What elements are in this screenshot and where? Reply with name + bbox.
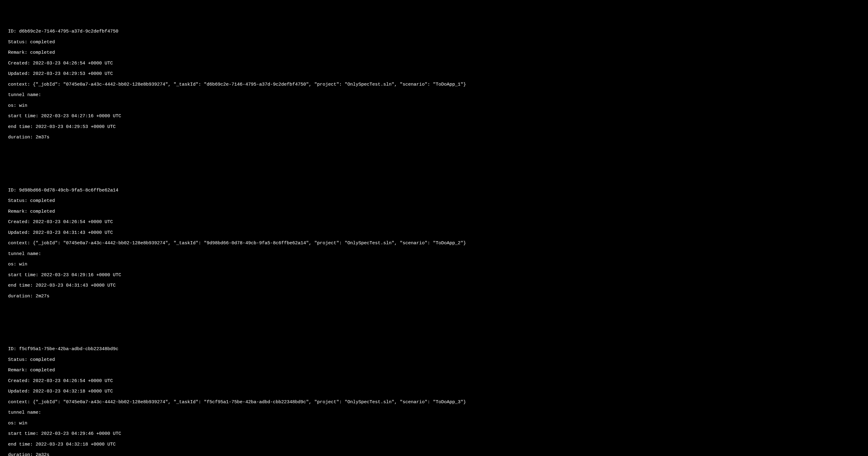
task-tunnel-line: tunnel name: <box>8 251 863 257</box>
task-id-line: ID: d6b69c2e-7146-4795-a37d-9c2defbf4750 <box>8 29 863 34</box>
task-duration-line: duration: 2m37s <box>8 135 863 140</box>
task-start-line: start time: 2022-03-23 04:29:16 +0000 UT… <box>8 273 863 278</box>
task-start-line: start time: 2022-03-23 04:29:46 +0000 UT… <box>8 431 863 436</box>
task-end-line: end time: 2022-03-23 04:32:18 +0000 UTC <box>8 442 863 447</box>
task-updated-line: Updated: 2022-03-23 04:32:18 +0000 UTC <box>8 389 863 394</box>
task-tunnel-line: tunnel name: <box>8 92 863 97</box>
task-remark-line: Remark: completed <box>8 50 863 55</box>
task-duration-line: duration: 2m27s <box>8 294 863 299</box>
task-context-line: context: {"_jobId": "0745e0a7-a43c-4442-… <box>8 240 863 246</box>
task-block: ID: f5cf95a1-75be-42ba-adbd-cbb22348bd9c… <box>8 341 863 456</box>
task-id-line: ID: f5cf95a1-75be-42ba-adbd-cbb22348bd9c <box>8 346 863 352</box>
task-created-line: Created: 2022-03-23 04:26:54 +0000 UTC <box>8 220 863 225</box>
task-duration-line: duration: 2m32s <box>8 452 863 456</box>
task-tunnel-line: tunnel name: <box>8 410 863 415</box>
task-status-line: Status: completed <box>8 357 863 363</box>
task-end-line: end time: 2022-03-23 04:29:53 +0000 UTC <box>8 124 863 130</box>
task-start-line: start time: 2022-03-23 04:27:16 +0000 UT… <box>8 114 863 119</box>
task-remark-line: Remark: completed <box>8 209 863 214</box>
task-remark-line: Remark: completed <box>8 368 863 373</box>
task-context-line: context: {"_jobId": "0745e0a7-a43c-4442-… <box>8 82 863 87</box>
task-os-line: os: win <box>8 262 863 267</box>
task-updated-line: Updated: 2022-03-23 04:29:53 +0000 UTC <box>8 71 863 77</box>
task-created-line: Created: 2022-03-23 04:26:54 +0000 UTC <box>8 378 863 383</box>
task-os-line: os: win <box>8 421 863 426</box>
blank-line <box>5 156 863 161</box>
blank-line <box>5 325 863 331</box>
task-context-line: context: {"_jobId": "0745e0a7-a43c-4442-… <box>8 400 863 405</box>
task-updated-line: Updated: 2022-03-23 04:31:43 +0000 UTC <box>8 230 863 235</box>
blank-line <box>5 315 863 320</box>
task-status-line: Status: completed <box>8 198 863 203</box>
task-status-line: Status: completed <box>8 39 863 45</box>
task-block: ID: d6b69c2e-7146-4795-a37d-9c2defbf4750… <box>8 24 863 145</box>
blank-line <box>5 167 863 172</box>
task-block: ID: 9d98bd66-0d78-49cb-9fa5-8c6ffbe62a14… <box>8 182 863 305</box>
task-end-line: end time: 2022-03-23 04:31:43 +0000 UTC <box>8 283 863 288</box>
task-id-line: ID: 9d98bd66-0d78-49cb-9fa5-8c6ffbe62a14 <box>8 188 863 193</box>
task-os-line: os: win <box>8 103 863 108</box>
task-created-line: Created: 2022-03-23 04:26:54 +0000 UTC <box>8 61 863 66</box>
